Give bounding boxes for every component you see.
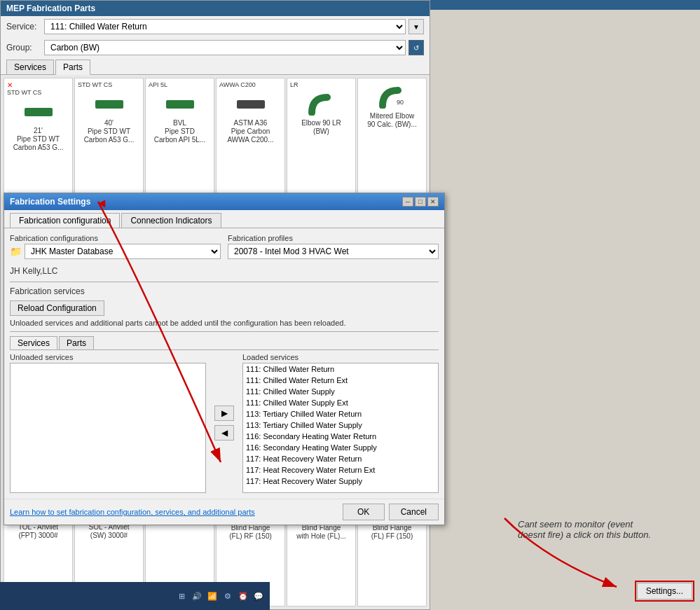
help-link[interactable]: Learn how to set fabrication configurati…	[10, 508, 255, 516]
part-icon	[304, 90, 339, 118]
list-item[interactable]: 117: Heat Recovery Water Supply	[243, 476, 438, 487]
list-item[interactable]: 117: Heat Recovery Water Return Ext	[243, 464, 438, 476]
close-button[interactable]: ✕	[427, 197, 439, 207]
unloaded-label: Unloaded services	[10, 353, 206, 361]
list-item[interactable]: 113: Tertiary Chilled Water Return	[243, 408, 438, 420]
service-select[interactable]: 111: Chilled Water Return	[44, 19, 406, 34]
profile-field: Fabrication profiles 20078 - Intel Mod 3…	[228, 234, 439, 259]
config-row: Fabrication configurations 📁 JHK Master …	[10, 234, 439, 259]
mep-title: MEP Fabrication Parts	[6, 4, 95, 13]
svg-text:90: 90	[397, 99, 404, 106]
dialog-footer: Learn how to set fabrication configurati…	[4, 499, 444, 525]
list-item[interactable]: 116: Secondary Heating Water Supply	[243, 442, 438, 453]
arrow-indicator: ◄	[95, 196, 108, 211]
taskbar-icon-6: 💬	[253, 590, 264, 602]
minimize-button[interactable]: ─	[402, 197, 413, 207]
dialog-body: Fabrication configurations 📁 JHK Master …	[4, 228, 444, 499]
settings-button[interactable]: Settings...	[637, 583, 692, 599]
annotation-content: Cant seem to monitor (event doesnt fire)…	[518, 519, 651, 540]
list-item[interactable]: 111: Chilled Water Return	[243, 363, 438, 375]
loaded-services-list[interactable]: 111: Chilled Water Return 111: Chilled W…	[242, 363, 439, 493]
transfer-buttons: ▶ ◀	[212, 353, 237, 493]
taskbar-icon-1: ⊞	[176, 590, 187, 602]
divider	[10, 282, 439, 282]
part-icon: 90	[375, 83, 410, 111]
part-label: 21'Pipe STD WTCarbon A53 G...	[13, 127, 64, 152]
part-label: 40'Pipe STD WTCarbon A53 G...	[84, 119, 135, 144]
reload-config-button[interactable]: Reload Configuration	[10, 300, 104, 316]
list-item[interactable]: 113: Tertiary Chilled Water Supply	[243, 420, 438, 431]
list-item[interactable]: 117: Heat Recovery Water Return	[243, 453, 438, 464]
config-field: Fabrication configurations 📁 JHK Master …	[10, 234, 221, 259]
part-label: SOL - Anvilet(SW) 3000#	[89, 523, 130, 540]
config-select[interactable]: JHK Master Database	[25, 244, 221, 259]
annotation-text: Cant seem to monitor (event doesnt fire)…	[518, 519, 658, 540]
dialog-tabs: Fabrication configuration Connection Ind…	[4, 210, 444, 228]
group-row: Group: Carbon (BW) ↺	[1, 37, 430, 58]
fab-services-header: Fabrication services	[10, 286, 439, 296]
unloaded-services-column: Unloaded services	[10, 353, 206, 493]
svg-rect-3	[237, 100, 265, 109]
transfer-right-button[interactable]: ▶	[214, 405, 234, 421]
sp-tab-parts[interactable]: Parts	[59, 336, 94, 349]
loaded-services-column: Loaded services 111: Chilled Water Retur…	[242, 353, 439, 493]
profile-select[interactable]: 20078 - Intel Mod 3 HVAC Wet	[228, 244, 439, 259]
part-label: ASTM A36Pipe CarbonAWWA C200...	[228, 119, 274, 144]
dialog-buttons: OK Cancel	[343, 504, 439, 520]
taskbar-icon-3: 📶	[207, 590, 218, 602]
service-row: Service: 111: Chilled Water Return ▼	[1, 16, 430, 37]
titlebar-controls: ─ □ ✕	[402, 197, 439, 207]
group-select[interactable]: Carbon (BW)	[44, 40, 406, 55]
svg-rect-2	[166, 100, 194, 109]
dialog-titlebar: Fabrication Settings ◄ ─ □ ✕	[4, 193, 444, 210]
list-item[interactable]: 111: Chilled Water Supply Ext	[243, 397, 438, 408]
part-label: BVLPipe STDCarbon API 5L...	[154, 119, 205, 144]
sp-tab-services[interactable]: Services	[10, 336, 57, 349]
part-label: Mitered Elbow90 Calc. (BW)...	[367, 112, 417, 129]
svg-rect-0	[25, 108, 53, 116]
list-item[interactable]: 111: Chilled Water Supply	[243, 386, 438, 397]
part-icon	[163, 90, 198, 118]
list-item[interactable]: 111: Chilled Water Return Ext	[243, 375, 438, 386]
maximize-button[interactable]: □	[415, 197, 426, 207]
divider-2	[10, 331, 439, 332]
warning-text: Unloaded services and additional parts c…	[10, 319, 439, 327]
config-label: Fabrication configurations	[10, 234, 221, 242]
part-label: TOL - Anvilet(FPT) 3000#	[18, 523, 58, 540]
mep-tab-parts[interactable]: Parts	[55, 60, 90, 75]
settings-btn-container: Settings...	[635, 581, 694, 602]
dialog-title: Fabrication Settings	[10, 197, 90, 207]
taskbar: ⊞ 🔊 📶 ⚙ ⏰ 💬	[0, 582, 270, 610]
taskbar-icon-4: ⚙	[222, 590, 233, 602]
mep-titlebar: MEP Fabrication Parts	[1, 1, 430, 16]
fab-dialog: Fabrication Settings ◄ ─ □ ✕ Fabrication…	[4, 193, 445, 525]
part-icon	[233, 90, 268, 118]
tab-fabrication-config[interactable]: Fabrication configuration	[10, 213, 120, 228]
unloaded-services-list[interactable]	[10, 363, 206, 493]
service-button[interactable]: ▼	[409, 19, 424, 34]
tab-connection-indicators[interactable]: Connection Indicators	[121, 213, 221, 228]
group-label: Group:	[6, 43, 41, 53]
folder-icon: 📁	[10, 246, 22, 257]
taskbar-icon-2: 🔊	[191, 590, 203, 602]
part-icon	[92, 90, 127, 118]
cancel-button[interactable]: Cancel	[389, 504, 439, 520]
part-label: Elbow 90 LR(BW)	[301, 119, 341, 136]
ok-button[interactable]: OK	[343, 504, 385, 520]
part-icon	[21, 97, 56, 125]
company-name: JH Kelly,LLC	[10, 265, 439, 277]
services-panel: Unloaded services ▶ ◀ Loaded services 11…	[10, 353, 439, 493]
loaded-label: Loaded services	[242, 353, 439, 361]
profile-label: Fabrication profiles	[228, 234, 439, 242]
mep-tabs: Services Parts	[1, 58, 430, 75]
taskbar-icon-5: ⏰	[238, 590, 249, 602]
svg-rect-1	[95, 100, 123, 109]
service-label: Service:	[6, 22, 41, 32]
list-item[interactable]: 116: Secondary Heating Water Return	[243, 431, 438, 442]
services-parts-tabs: Services Parts	[10, 336, 439, 350]
transfer-left-button[interactable]: ◀	[214, 425, 234, 441]
mep-tab-services[interactable]: Services	[6, 60, 54, 74]
group-action-button[interactable]: ↺	[409, 40, 424, 55]
